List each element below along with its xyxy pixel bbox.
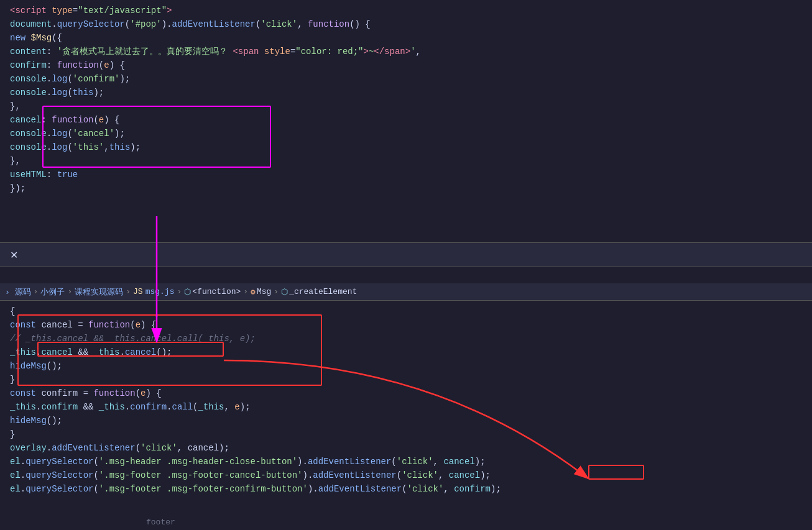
bot-line-13: el . querySelector ( '.msg-footer .msg-f…	[0, 468, 812, 482]
bot-line-2: const cancel = function ( e ) {	[0, 318, 812, 332]
code-line-4: content : '贪者模式马上就过去了。。真的要清空吗？ <span sty…	[0, 45, 812, 58]
code-line-7: console . log ( this );	[0, 86, 812, 99]
top-code-panel: <script type = "text/javascript" > docum…	[0, 0, 812, 242]
close-button[interactable]: ✕	[7, 249, 20, 261]
bot-line-4: _this . cancel && _this . cancel ();	[0, 345, 812, 359]
breadcrumb-icon-3: ⬡	[281, 287, 288, 297]
breadcrumb-row: › 源码 › 小例子 › 课程实现源码 › JS msg.js › ⬡ <fun…	[0, 283, 812, 301]
breadcrumb-item-1: › 源码	[5, 286, 31, 298]
bot-line-7: const confirm = function ( e ) {	[0, 386, 812, 400]
code-line-11: console . log ( 'this' , this );	[0, 140, 812, 154]
bot-line-3: // _this.cancel && _this.cancel.call(_th…	[0, 332, 812, 345]
panel-divider: ✕	[0, 242, 812, 267]
bot-line-6: }	[0, 373, 812, 386]
code-line-8: },	[0, 99, 812, 113]
bot-line-1: {	[0, 304, 812, 318]
breadcrumb-icon-2: ⚙	[251, 287, 256, 297]
breadcrumb-item-2: 小例子	[40, 286, 65, 298]
breadcrumb-item-4: msg.js	[145, 287, 175, 296]
code-line-10: console . log ( 'cancel' );	[0, 127, 812, 140]
breadcrumb-item-7: _createElement	[289, 287, 357, 296]
bot-line-5: hideMsg ();	[0, 359, 812, 373]
breadcrumb-item-3: 课程实现源码	[75, 286, 123, 298]
breadcrumb-item-6: Msg	[257, 287, 271, 296]
bot-line-14: el . querySelector ( '.msg-footer .msg-f…	[0, 482, 812, 496]
code-line-12: },	[0, 154, 812, 168]
bot-line-10: }	[0, 427, 812, 441]
code-line-5: confirm : function ( e ) {	[0, 58, 812, 72]
bot-line-8: _this . confirm && _this . confirm . cal…	[0, 400, 812, 414]
bottom-code-content: { const cancel = function ( e ) { // _th…	[0, 301, 812, 500]
bottom-code-panel: { const cancel = function ( e ) { // _th…	[0, 301, 812, 530]
code-line-3: new $Msg ({	[0, 31, 812, 45]
bot-line-11: overlay . addEventListener ( 'click' , c…	[0, 441, 812, 455]
bot-line-9: hideMsg ();	[0, 414, 812, 427]
code-line-9: cancel : function ( e ) {	[0, 113, 812, 127]
breadcrumb-item-js: JS	[133, 287, 143, 296]
footer-label: footer	[146, 514, 175, 530]
breadcrumb-icon-1: ⬡	[184, 287, 191, 297]
main-container: <script type = "text/javascript" > docum…	[0, 0, 812, 530]
bot-line-12: el . querySelector ( '.msg-header .msg-h…	[0, 455, 812, 468]
code-line-1: <script type = "text/javascript" >	[0, 4, 812, 17]
code-line-14: });	[0, 181, 812, 195]
breadcrumb-item-5: <function>	[192, 287, 241, 296]
top-code-content: <script type = "text/javascript" > docum…	[0, 0, 812, 199]
code-line-13: useHTML : true	[0, 168, 812, 181]
code-line-2: document . querySelector ( '#pop' ). add…	[0, 17, 812, 31]
code-line-6: console . log ( 'confirm' );	[0, 72, 812, 86]
